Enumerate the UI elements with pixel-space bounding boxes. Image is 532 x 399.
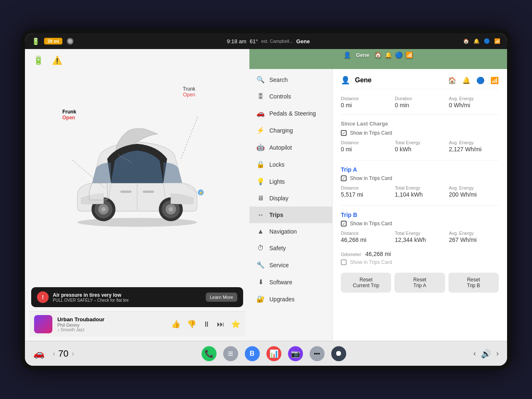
trips-signal-icon: 📶 [490,76,499,84]
more-options-icon[interactable]: ••• [310,346,325,361]
menu-label-pedals: Pedals & Steering [269,110,316,117]
trips-icon: ↔ [256,211,265,219]
music-player: Urban Troubadour Phil Denny ♪ Smooth Jaz… [29,311,245,337]
thumbs-up-icon[interactable]: 👍 [171,320,180,329]
show-trips-a-checkbox[interactable]: ✓ [341,175,347,181]
alert-subtitle: PULL OVER SAFELY – Check for flat tire [53,298,202,303]
camera-purple-icon[interactable]: 📷 [288,346,303,361]
person-icon: 👤 [344,52,351,58]
menu-item-pedals[interactable]: 🚗 Pedals & Steering [249,105,332,122]
menu-item-controls[interactable]: 🎛 Controls [249,88,332,105]
alert-banner: ! Air pressure in tires very low PULL OV… [31,287,243,307]
upgrades-icon: 🔐 [256,295,265,303]
left-arrow-taskbar[interactable]: ‹ [473,349,476,358]
menu-item-autopilot[interactable]: 🤖 Autopilot [249,139,332,156]
current-energy: Avg. Energy 0 Wh/mi [449,96,499,108]
current-distance: Distance 0 mi [341,96,391,108]
tire-icon: ⚠️ [52,55,62,65]
menu-item-software[interactable]: ⬇ Software [249,273,332,291]
screen-inner: 🔋 29 mi 🔘 9:18 am 61° est. Campbell... G… [25,33,507,366]
menu-label-controls: Controls [269,93,291,100]
trip-b-avg-energy-label: Avg. Energy [449,231,499,236]
show-trips-b-checkbox[interactable]: ✓ [341,221,347,227]
odometer-row: Odometer 46,268 mi [341,251,499,258]
menu-label-lights: Lights [269,178,285,185]
trunk-state: Open [183,92,195,98]
since-stats-row: Distance 0 mi Total Energy 0 kWh Avg. En… [341,140,499,153]
current-duration-label: Duration [395,96,445,101]
trip-b-total-energy: Total Energy 12,344 kWh [395,231,445,243]
learn-more-button[interactable]: Learn More [206,293,237,302]
trip-b-total-energy-label: Total Energy [395,231,445,236]
star-icon[interactable]: ⭐ [231,320,240,329]
current-duration: Duration 0 min [395,96,445,108]
alert-title: Air pressure in tires very low [53,292,202,298]
divider-3 [341,205,499,206]
trunk-title: Trunk [183,86,195,92]
trips-bell-icon: 🔔 [462,76,470,84]
trip-a-avg-energy-label: Avg. Energy [449,185,499,190]
trips-username: Gene [355,76,372,84]
dashcam-icon[interactable]: ⏺ [331,346,346,361]
skip-forward-icon[interactable]: ⏭ [217,320,224,329]
trip-a-total-energy-label: Total Energy [395,185,445,190]
bottom-taskbar: 🚗 ‹ 70 › 📞 ≡ B 📊 📷 ••• ⏺ ‹ 🔊 › [25,341,507,366]
home-map-icon: 🏠 [374,52,382,58]
bell-icon: 🔔 [473,38,480,44]
frunk-label: Frunk Open [62,109,76,121]
autopilot-icon: 🤖 [256,143,265,151]
speed-right-arrow[interactable]: › [72,350,74,357]
since-last-charge-section: Since Last Charge ✓ Show in Trips Card D… [341,121,499,153]
car-visualization: Frunk Open Trunk Open [29,69,245,285]
bluetooth-icon: 🔵 [484,38,490,44]
alert-text: Air pressure in tires very low PULL OVER… [53,292,202,303]
menu-label-autopilot: Autopilot [269,144,292,151]
show-trips-odometer-checkbox[interactable] [341,259,347,265]
menu-item-safety[interactable]: ⏱ Safety [249,240,332,256]
pause-icon[interactable]: ⏸ [203,320,210,329]
reset-buttons: ResetCurrent Trip ResetTrip A ResetTrip … [341,273,499,293]
since-avg-energy-value: 2,127 Wh/mi [449,146,499,153]
audio-visualizer-icon[interactable]: 📊 [266,346,281,361]
album-art [34,315,52,333]
show-trips-since-checkbox[interactable]: ✓ [341,130,347,136]
since-total-energy-label: Total Energy [395,140,445,145]
reset-trip-a-button[interactable]: ResetTrip A [394,273,445,293]
right-arrow-taskbar[interactable]: › [496,349,499,358]
menu-label-service: Service [269,262,289,268]
show-trips-b-label: Show in Trips Card [350,221,392,227]
menu-item-charging[interactable]: ⚡ Charging [249,122,332,139]
trunk-label: Trunk Open [183,86,195,98]
bluetooth-taskbar-icon[interactable]: B [245,346,260,361]
menu-item-upgrades[interactable]: 🔐 Upgrades [249,291,332,308]
since-distance: Distance 0 mi [341,140,391,153]
car-home-icon[interactable]: 🚗 [33,348,44,359]
menu-item-trips[interactable]: ↔ Trips [249,207,332,223]
menu-trips-container: 🔍 Search 🎛 Controls 🚗 Pedals & Steering [249,69,507,341]
divider-2 [341,160,499,160]
current-duration-value: 0 min [395,102,445,108]
map-time: 9:18 am [227,38,246,44]
menu-item-navigation[interactable]: ▲ Navigation [249,223,332,240]
trips-header: 👤 Gene 🏠 🔔 🔵 📶 [341,76,499,89]
phone-icon[interactable]: 📞 [202,346,217,361]
reset-trip-b-button[interactable]: ResetTrip B [448,273,499,293]
volume-icon[interactable]: 🔊 [481,349,491,359]
speed-display: ‹ 70 › [53,348,74,359]
reset-current-trip-button[interactable]: ResetCurrent Trip [341,273,391,293]
menu-item-display[interactable]: 🖥 Display [249,190,332,207]
service-icon: 🔧 [256,261,265,269]
menu-item-search[interactable]: 🔍 Search [249,71,332,88]
map-username: Gene [356,52,369,58]
speed-left-arrow[interactable]: ‹ [53,350,55,357]
menu-item-locks[interactable]: 🔒 Locks [249,156,332,173]
thumbs-down-icon[interactable]: 👎 [187,320,196,329]
menu-item-service[interactable]: 🔧 Service [249,256,332,273]
lights-icon: 💡 [256,177,265,185]
trip-a-total-energy-value: 1,104 kWh [395,191,445,198]
trip-b-distance: Distance 46,268 mi [341,231,391,243]
menu-item-lights[interactable]: 💡 Lights [249,173,332,190]
menu-label-charging: Charging [269,127,293,134]
menu-icon[interactable]: ≡ [223,346,238,361]
svg-point-9 [101,207,106,212]
